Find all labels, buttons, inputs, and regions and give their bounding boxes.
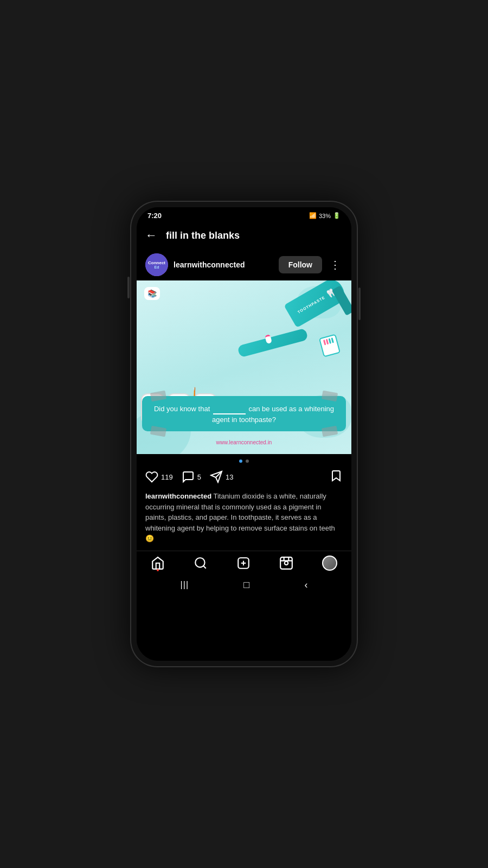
svg-rect-7 <box>280 557 292 569</box>
post-image: 📚 1/2 TOOTHPASTE 🦷 <box>137 280 351 454</box>
bookmark-icon <box>330 469 343 482</box>
profile-avatar <box>322 556 337 571</box>
action-bar: 119 5 13 <box>137 466 351 488</box>
svg-point-8 <box>285 561 288 565</box>
bristle <box>331 337 333 343</box>
page-title: fill in the blanks <box>166 230 240 241</box>
svg-point-2 <box>195 558 204 567</box>
illustration-area: TOOTHPASTE 🦷 <box>237 286 346 362</box>
android-nav: ||| □ ‹ <box>137 574 351 596</box>
avatar: Connect Ed <box>145 253 168 276</box>
home-active-dot <box>157 569 159 571</box>
question-text: Did you know that can be used as a white… <box>150 403 338 425</box>
tape-tr <box>322 391 338 402</box>
post-username: learnwithconnected <box>174 260 273 269</box>
svg-line-3 <box>203 566 206 569</box>
share-count: 13 <box>226 473 233 481</box>
toothbrush-handle <box>237 328 308 358</box>
back-button[interactable]: ← <box>145 228 157 242</box>
caption-username: learnwithconnected <box>145 492 211 500</box>
share-action[interactable]: 13 <box>210 470 233 483</box>
dot-2 <box>246 459 249 463</box>
home-icon <box>151 556 165 570</box>
android-back-btn[interactable]: ‹ <box>304 579 307 591</box>
add-icon <box>236 556 251 570</box>
follow-button[interactable]: Follow <box>279 256 322 273</box>
post-user-row: Connect Ed learnwithconnected Follow ⋮ <box>137 249 351 280</box>
logo-icon: 📚 <box>147 289 157 298</box>
comment-count: 5 <box>197 473 201 481</box>
tape-tl <box>150 391 166 402</box>
reels-icon <box>279 556 293 570</box>
nav-reels[interactable] <box>279 556 293 570</box>
toothpaste-label: TOOTHPASTE <box>297 295 325 314</box>
nav-add[interactable] <box>236 556 251 570</box>
nav-search[interactable] <box>194 556 208 570</box>
pagination-dots <box>137 454 351 466</box>
status-icons: 📶 33% 🔋 <box>309 212 341 219</box>
website-text: www.learnconnected.in <box>137 437 351 446</box>
share-icon <box>210 470 223 483</box>
android-home-btn[interactable]: □ <box>243 579 249 591</box>
like-count: 119 <box>161 473 173 481</box>
comment-action[interactable]: 5 <box>182 470 201 483</box>
brush-head <box>319 334 341 357</box>
post-image-container: 📚 1/2 TOOTHPASTE 🦷 <box>137 280 351 454</box>
android-recent-btn[interactable]: ||| <box>181 580 189 590</box>
post-caption: learnwithconnected Titanium dioxide is a… <box>137 488 351 551</box>
status-time: 7:20 <box>147 212 162 220</box>
bookmark-action[interactable] <box>330 469 343 484</box>
question-box: Did you know that can be used as a white… <box>142 396 346 431</box>
post-header-bar: ← fill in the blanks <box>137 222 351 249</box>
dot-1 <box>239 459 242 463</box>
blank-line <box>213 403 246 414</box>
comment-icon <box>182 470 195 483</box>
signal-icon: 📶 <box>309 212 317 219</box>
like-action[interactable]: 119 <box>145 470 173 483</box>
search-icon <box>194 556 208 570</box>
battery-icon: 🔋 <box>333 212 341 219</box>
bottom-nav <box>137 551 351 574</box>
heart-icon <box>145 470 158 483</box>
bristles-row-1 <box>323 337 334 345</box>
app-content: ← fill in the blanks Connect Ed learnwit… <box>137 222 351 661</box>
nav-profile[interactable] <box>322 556 337 571</box>
post-logo: 📚 <box>144 287 160 300</box>
battery-text: 33% <box>319 213 331 219</box>
more-options-button[interactable]: ⋮ <box>328 258 343 271</box>
nav-home[interactable] <box>151 556 165 570</box>
